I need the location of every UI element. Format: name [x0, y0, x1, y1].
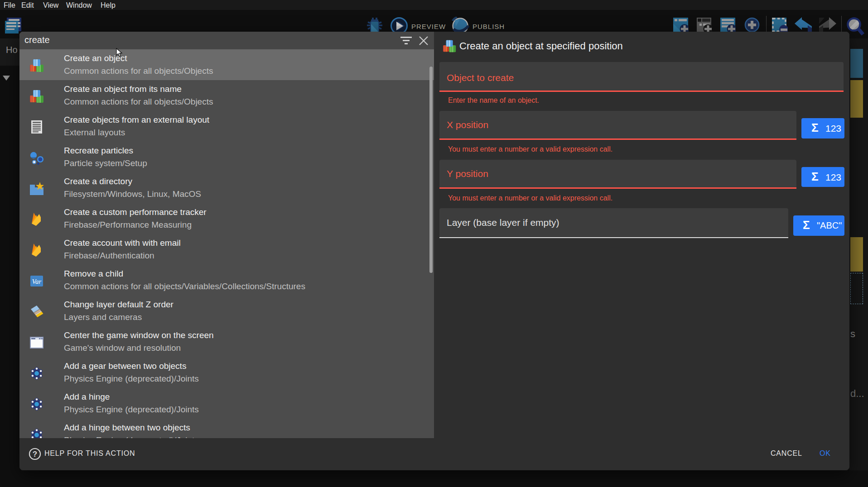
svg-text:Var: Var — [32, 278, 42, 285]
svg-text:?: ? — [33, 450, 37, 458]
